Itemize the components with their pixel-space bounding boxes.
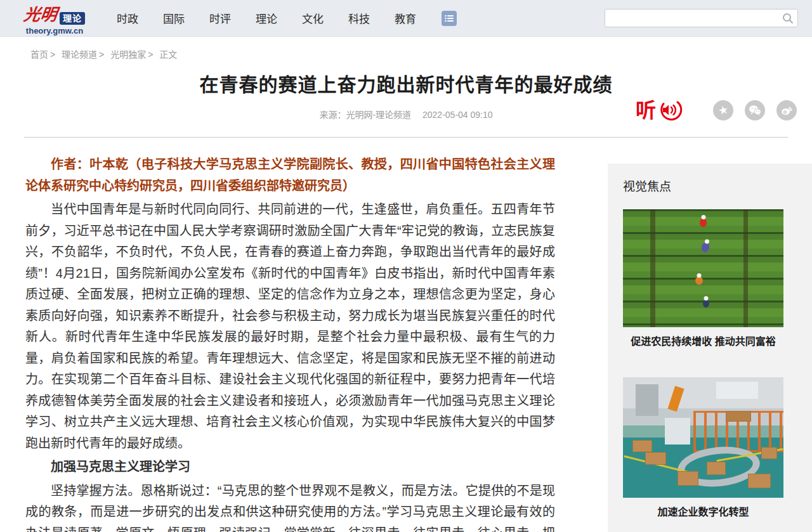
breadcrumb-gm-exclusive[interactable]: 光明独家 xyxy=(110,49,146,60)
nav-item-education[interactable]: 教育 xyxy=(395,10,416,26)
nav-item-theory[interactable]: 理论 xyxy=(256,10,277,26)
search-input[interactable] xyxy=(605,10,782,27)
factory-box xyxy=(645,452,666,465)
factory-box xyxy=(707,462,726,475)
tea-worker-orange xyxy=(695,276,703,285)
factory-robot-arm xyxy=(667,386,684,412)
share-buttons: ★ xyxy=(713,100,797,120)
breadcrumb-separator: > xyxy=(99,49,104,60)
list-icon xyxy=(445,15,454,22)
sidebar-caption[interactable]: 加速企业数字化转型 xyxy=(623,506,783,519)
listen-button[interactable]: 听 xyxy=(636,97,683,124)
menu-list-button[interactable] xyxy=(442,11,457,26)
article-actions: 听 ★ xyxy=(636,97,797,124)
article-paragraph: 当代中国青年是与新时代同向同行、共同前进的一代，生逢盛世，肩负重任。五四青年节前… xyxy=(25,199,555,454)
factory-box xyxy=(678,471,698,486)
breadcrumb: 首页> 理论频道> 光明独家> 正文 xyxy=(0,37,812,60)
breadcrumb-current: 正文 xyxy=(159,49,177,60)
qzone-star-icon: ★ xyxy=(717,104,730,117)
author-line: 作者：叶本乾（电子科技大学马克思主义学院副院长、教授，四川省中国特色社会主义理论… xyxy=(25,154,555,197)
page-title: 在青春的赛道上奋力跑出新时代青年的最好成绩 xyxy=(0,69,812,97)
nav-item-tech[interactable]: 科技 xyxy=(348,10,370,26)
sidebar-title: 视觉焦点 xyxy=(623,177,797,194)
article-datetime: 2022-05-04 09:10 xyxy=(422,110,493,120)
nav-item-politics[interactable]: 时政 xyxy=(117,10,138,26)
article-body: 作者：叶本乾（电子科技大学马克思主义学院副院长、教授，四川省中国特色社会主义理论… xyxy=(25,154,555,532)
main-nav: 时政 国际 时评 理论 文化 科技 教育 xyxy=(117,10,416,26)
logo-domain: theory.gmw.cn xyxy=(24,27,85,35)
breadcrumb-theory-channel[interactable]: 理论频道 xyxy=(62,49,97,60)
site-logo[interactable]: 光明 理论 theory.gmw.cn xyxy=(24,1,85,35)
factory-machine xyxy=(716,382,758,399)
search-box xyxy=(605,9,798,27)
sidebar-caption[interactable]: 促进农民持续增收 推动共同富裕 xyxy=(623,335,783,349)
breadcrumb-home[interactable]: 首页 xyxy=(30,49,48,60)
breadcrumb-separator: > xyxy=(148,49,153,60)
tea-worker-purple xyxy=(700,242,710,254)
factory-box xyxy=(726,411,751,422)
factory-box xyxy=(761,447,777,459)
sidebar-photo-factory[interactable] xyxy=(623,377,783,498)
speaker-icon xyxy=(656,97,683,124)
logo-brand-script: 光明 xyxy=(22,1,58,25)
factory-box xyxy=(748,474,770,488)
article-header: 在青春的赛道上奋力跑出新时代青年的最好成绩 来源：光明网-理论频道 2022-0… xyxy=(0,69,812,120)
article-subheading: 加强马克思主义理论学习 xyxy=(25,457,555,478)
site-header: 光明 理论 theory.gmw.cn 时政 国际 时评 理论 文化 科技 教育 xyxy=(0,0,812,37)
sidebar-photo-tea-field[interactable] xyxy=(623,209,783,327)
logo-theory-badge: 理论 xyxy=(60,12,85,25)
tea-worker-blue xyxy=(703,299,709,308)
factory-cabinet xyxy=(665,418,690,444)
nav-item-commentary[interactable]: 时评 xyxy=(209,10,231,26)
share-weibo-button[interactable] xyxy=(776,100,797,120)
main-content: 作者：叶本乾（电子科技大学马克思主义学院副院长、教授，四川省中国特色社会主义理论… xyxy=(0,138,812,532)
wechat-icon xyxy=(749,105,761,116)
article-paragraph: 坚持掌握方法。恩格斯说过：“马克思的整个世界观不是教义，而是方法。它提供的不是现… xyxy=(25,481,555,532)
article-source: 来源：光明网-理论频道 xyxy=(319,110,411,120)
share-qzone-button[interactable]: ★ xyxy=(713,100,733,120)
search-icon[interactable] xyxy=(782,13,794,24)
weibo-icon xyxy=(780,104,793,117)
tea-worker-red xyxy=(700,218,707,227)
listen-label: 听 xyxy=(636,100,656,120)
factory-box xyxy=(632,440,652,452)
breadcrumb-separator: > xyxy=(50,49,55,60)
share-wechat-button[interactable] xyxy=(745,100,765,120)
sidebar-visual-focus: 视觉焦点 促进农民持续增收 推动共同富裕 加速企业数字化转型 xyxy=(608,164,812,532)
nav-item-culture[interactable]: 文化 xyxy=(302,10,324,26)
nav-item-international[interactable]: 国际 xyxy=(163,10,185,26)
factory-machine xyxy=(636,384,658,415)
